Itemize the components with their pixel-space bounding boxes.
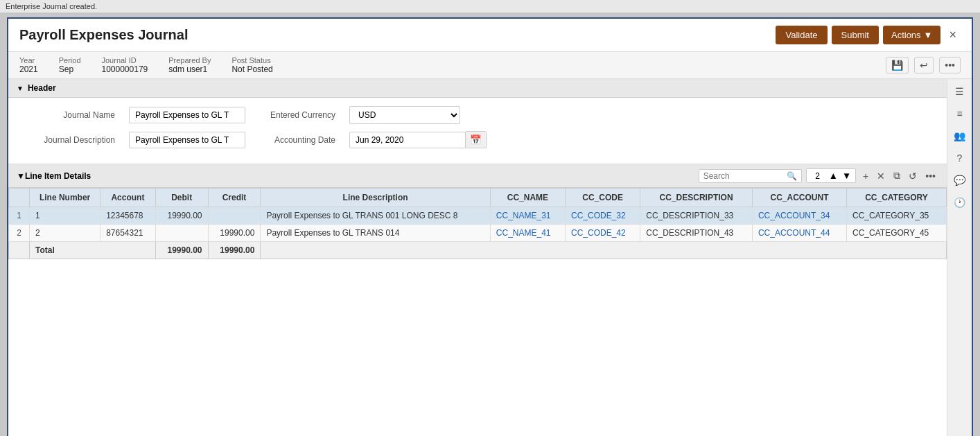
form-row-journal-name: Journal Name Entered Currency USD (25, 106, 930, 124)
total-spacer (261, 242, 947, 259)
col-header-account: Account (100, 189, 156, 207)
cell-credit: 19990.00 (208, 225, 261, 242)
scrollable-area: ▼ Header Journal Name Entered Currency U… (8, 79, 972, 436)
more-options-button[interactable]: ••• (939, 57, 961, 73)
table-row[interactable]: 2 2 87654321 19990.00 Payroll Expenses t… (9, 225, 947, 242)
total-credit: 19990.00 (208, 242, 261, 259)
cell-cc-account: CC_ACCOUNT_34 (752, 207, 846, 225)
header-actions: Validate Submit Actions ▼ × (776, 26, 961, 44)
top-notification-bar: Enterprise Journal created. (0, 0, 980, 13)
delete-row-button[interactable]: ✕ (874, 169, 888, 183)
submit-button[interactable]: Submit (832, 26, 879, 44)
page-number-input[interactable] (810, 171, 826, 181)
right-sidebar: ☰ ≡ 👥 ? 💬 🕐 (947, 79, 972, 436)
cell-cc-category: CC_CATEGORY_45 (847, 225, 947, 242)
pagination-control: ▲ ▼ (806, 168, 856, 183)
line-items-section: ▼ Line Item Details 🔍 ▲ ▼ (8, 164, 947, 259)
undo-button[interactable]: ↩ (914, 57, 934, 73)
col-header-credit: Credit (208, 189, 261, 207)
cell-debit: 19990.00 (155, 207, 208, 225)
col-header-row-num (9, 189, 30, 207)
main-container: Payroll Expenses Journal Validate Submit… (7, 17, 973, 436)
close-button[interactable]: × (945, 26, 961, 44)
form-row-journal-desc: Journal Description Accounting Date 📅 (25, 131, 930, 148)
page-up-button[interactable]: ▲ (828, 171, 839, 181)
cell-line-desc: Payroll Expenses to GL TRANS 014 (261, 225, 490, 242)
line-items-header: ▼ Line Item Details 🔍 ▲ ▼ (8, 164, 947, 188)
col-header-line-number: Line Number (30, 189, 100, 207)
search-icon: 🔍 (787, 171, 797, 181)
meta-post-status-label: Post Status (231, 56, 272, 64)
calendar-button[interactable]: 📅 (466, 131, 487, 148)
page-title: Payroll Expenses Journal (19, 27, 188, 43)
meta-bar-actions: 💾 ↩ ••• (886, 57, 961, 73)
cell-line-number: 2 (30, 225, 100, 242)
cell-cc-category: CC_CATEGORY_35 (847, 207, 947, 225)
accounting-date-label: Accounting Date (259, 135, 335, 145)
cell-line-number: 1 (30, 207, 100, 225)
journal-name-label: Journal Name (25, 110, 115, 120)
actions-dropdown-icon: ▼ (924, 30, 933, 40)
meta-post-status-value: Not Posted (231, 64, 272, 74)
header-section-label: Header (28, 83, 56, 93)
header-collapse-arrow: ▼ (17, 85, 24, 92)
entered-currency-select[interactable]: USD (349, 106, 460, 124)
col-header-cc-name: CC_NAME (490, 189, 565, 207)
col-header-line-desc: Line Description (261, 189, 490, 207)
sidebar-history-icon[interactable]: 🕐 (952, 194, 968, 211)
cell-cc-description: CC_DESCRIPTION_33 (640, 207, 753, 225)
line-items-collapse-arrow: ▼ (17, 171, 25, 181)
meta-period-value: Sep (59, 64, 73, 74)
search-input[interactable] (703, 171, 787, 181)
table-action-icons: + ✕ ⧉ ↺ ••• (860, 168, 938, 183)
cell-cc-name: CC_NAME_41 (490, 225, 565, 242)
copy-row-button[interactable]: ⧉ (891, 168, 903, 183)
meta-prepared-by-value: sdm user1 (168, 64, 207, 74)
cell-line-desc: Payroll Expenses to GL TRANS 001 LONG DE… (261, 207, 490, 225)
line-items-section-toggle[interactable]: ▼ Line Item Details (17, 171, 91, 181)
table-more-button[interactable]: ••• (922, 169, 938, 183)
add-row-button[interactable]: + (860, 169, 871, 183)
journal-desc-input[interactable] (129, 132, 245, 148)
sidebar-list-icon[interactable]: ☰ (952, 83, 968, 100)
accounting-date-input[interactable] (349, 132, 466, 148)
header-section-toggle[interactable]: ▼ Header (8, 79, 947, 98)
cell-row-num: 1 (9, 207, 30, 225)
cell-account: 12345678 (100, 207, 156, 225)
meta-bar: Year 2021 Period Sep Journal ID 10000001… (8, 52, 972, 79)
meta-period-label: Period (59, 56, 81, 64)
sidebar-users-icon[interactable]: 👥 (952, 128, 968, 144)
journal-name-input[interactable] (129, 107, 245, 123)
meta-journal-id: Journal ID 1000000179 (102, 56, 148, 74)
table-total-row: Total 19990.00 19990.00 (9, 242, 947, 259)
line-items-toolbar: 🔍 ▲ ▼ + ✕ ⧉ ↺ ••• (699, 168, 938, 183)
notification-message: Enterprise Journal created. (6, 2, 97, 10)
sidebar-chat-icon[interactable]: 💬 (952, 172, 968, 189)
validate-button[interactable]: Validate (776, 26, 827, 44)
cell-debit (155, 225, 208, 242)
meta-year: Year 2021 (19, 56, 38, 74)
col-header-cc-description: CC_DESCRIPTION (640, 189, 753, 207)
meta-year-label: Year (19, 56, 38, 64)
sidebar-doc-icon[interactable]: ≡ (952, 105, 968, 122)
cell-credit (208, 207, 261, 225)
meta-journal-id-value: 1000000179 (102, 64, 148, 74)
total-label-spacer (9, 242, 30, 259)
cell-cc-code: CC_CODE_42 (566, 225, 640, 242)
cell-row-num: 2 (9, 225, 30, 242)
refresh-button[interactable]: ↺ (906, 169, 920, 183)
total-debit: 19990.00 (155, 242, 208, 259)
table-row[interactable]: 1 1 12345678 19990.00 Payroll Expenses t… (9, 207, 947, 225)
actions-button[interactable]: Actions ▼ (883, 26, 941, 44)
page-down-button[interactable]: ▼ (841, 171, 852, 181)
line-items-table: Line Number Account Debit Credit Line De… (8, 188, 947, 259)
save-button[interactable]: 💾 (886, 57, 909, 73)
cell-cc-account: CC_ACCOUNT_44 (752, 225, 846, 242)
cell-account: 87654321 (100, 225, 156, 242)
sidebar-help-icon[interactable]: ? (952, 150, 968, 166)
line-items-section-label: Line Item Details (25, 171, 91, 181)
journal-header-bar: Payroll Expenses Journal Validate Submit… (8, 19, 972, 52)
meta-prepared-by: Prepared By sdm user1 (168, 56, 211, 74)
table-header-row: Line Number Account Debit Credit Line De… (9, 189, 947, 207)
col-header-cc-account: CC_ACCOUNT (752, 189, 846, 207)
